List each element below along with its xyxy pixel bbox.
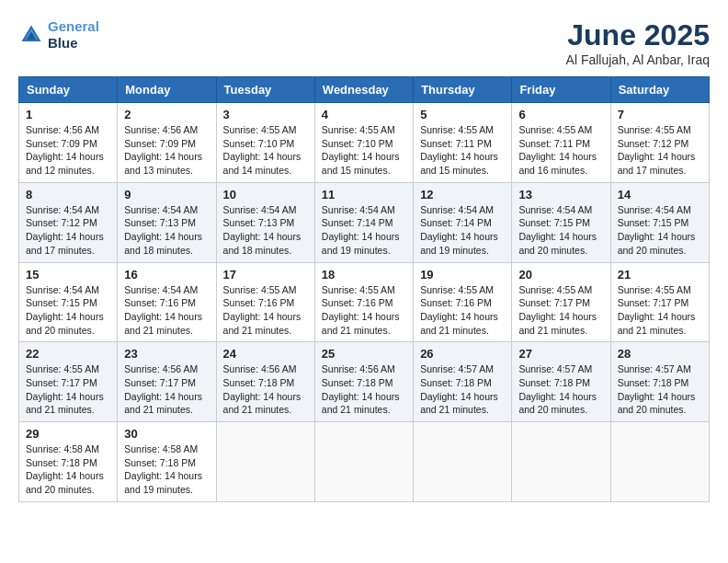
empty-cell [512,422,610,502]
daylight-minutes: and 19 minutes. [322,245,391,256]
day-cell-12: 12 Sunrise: 4:54 AM Sunset: 7:14 PM Dayl… [414,182,512,262]
sunset-label: Sunset: 7:18 PM [618,377,689,388]
col-header-wednesday: Wednesday [314,77,413,103]
sunrise-label: Sunrise: 4:57 AM [518,363,592,374]
daylight-label: Daylight: 14 hours [518,391,597,402]
day-cell-20: 20 Sunrise: 4:55 AM Sunset: 7:17 PM Dayl… [512,262,610,342]
daylight-label: Daylight: 14 hours [420,151,498,162]
sunset-label: Sunset: 7:11 PM [518,138,590,149]
day-number: 26 [420,347,505,361]
daylight-minutes: and 20 minutes. [618,245,687,256]
day-number: 30 [124,427,209,441]
daylight-label: Daylight: 14 hours [322,391,400,402]
day-cell-15: 15 Sunrise: 4:54 AM Sunset: 7:15 PM Dayl… [19,262,118,342]
daylight-label: Daylight: 14 hours [26,311,104,322]
day-cell-18: 18 Sunrise: 4:55 AM Sunset: 7:16 PM Dayl… [314,262,413,342]
sunrise-label: Sunrise: 4:55 AM [322,284,395,295]
sunset-label: Sunset: 7:15 PM [518,217,590,228]
sunset-label: Sunset: 7:17 PM [124,377,196,388]
calendar-table: SundayMondayTuesdayWednesdayThursdayFrid… [18,76,710,502]
daylight-label: Daylight: 14 hours [124,391,202,402]
daylight-label: Daylight: 14 hours [322,311,400,322]
sunset-label: Sunset: 7:16 PM [322,297,393,308]
day-number: 11 [322,188,406,201]
day-number: 15 [26,268,110,282]
sunrise-label: Sunrise: 4:55 AM [322,124,395,135]
day-cell-1: 1 Sunrise: 4:56 AM Sunset: 7:09 PM Dayli… [19,103,118,183]
daylight-minutes: and 21 minutes. [223,404,292,415]
day-number: 23 [124,347,209,361]
daylight-label: Daylight: 14 hours [518,311,597,322]
sunset-label: Sunset: 7:18 PM [223,377,295,388]
title-area: June 2025 Al Fallujah, Al Anbar, Iraq [566,18,710,67]
sunrise-label: Sunrise: 4:56 AM [124,363,198,374]
daylight-minutes: and 21 minutes. [26,404,95,415]
daylight-label: Daylight: 14 hours [420,231,498,242]
day-cell-14: 14 Sunrise: 4:54 AM Sunset: 7:15 PM Dayl… [610,182,709,262]
daylight-label: Daylight: 14 hours [223,231,301,242]
sunrise-label: Sunrise: 4:56 AM [322,363,395,374]
sunset-label: Sunset: 7:18 PM [26,457,97,468]
sunset-label: Sunset: 7:16 PM [420,297,492,308]
day-cell-23: 23 Sunrise: 4:56 AM Sunset: 7:17 PM Dayl… [118,342,216,422]
col-header-thursday: Thursday [414,77,512,103]
day-number: 13 [518,188,603,201]
daylight-minutes: and 19 minutes. [420,245,489,256]
daylight-minutes: and 20 minutes. [618,404,687,415]
col-header-monday: Monday [118,77,216,103]
day-cell-6: 6 Sunrise: 4:55 AM Sunset: 7:11 PM Dayli… [512,103,610,183]
sunrise-label: Sunrise: 4:55 AM [518,124,592,135]
daylight-minutes: and 21 minutes. [124,404,193,415]
col-header-sunday: Sunday [19,77,118,103]
day-number: 7 [618,108,702,121]
sunset-label: Sunset: 7:15 PM [26,297,97,308]
sunrise-label: Sunrise: 4:55 AM [223,124,297,135]
sunrise-label: Sunrise: 4:54 AM [420,204,494,215]
logo-general: General [48,18,99,34]
sunset-label: Sunset: 7:14 PM [322,217,393,228]
daylight-label: Daylight: 14 hours [124,231,202,242]
sunset-label: Sunset: 7:14 PM [420,217,492,228]
day-cell-26: 26 Sunrise: 4:57 AM Sunset: 7:18 PM Dayl… [414,342,512,422]
day-number: 25 [322,347,406,361]
sunset-label: Sunset: 7:13 PM [124,217,196,228]
day-number: 6 [518,108,603,121]
day-number: 17 [223,268,308,282]
sunrise-label: Sunrise: 4:54 AM [618,204,691,215]
empty-cell [610,422,709,502]
sunset-label: Sunset: 7:10 PM [322,138,393,149]
day-number: 16 [124,268,209,282]
day-cell-8: 8 Sunrise: 4:54 AM Sunset: 7:12 PM Dayli… [19,182,118,262]
empty-cell [314,422,413,502]
week-row-3: 15 Sunrise: 4:54 AM Sunset: 7:15 PM Dayl… [19,262,710,342]
day-cell-30: 30 Sunrise: 4:58 AM Sunset: 7:18 PM Dayl… [118,422,216,502]
day-number: 14 [618,188,702,201]
day-number: 27 [518,347,603,361]
day-number: 19 [420,268,505,282]
daylight-label: Daylight: 14 hours [420,391,498,402]
sunrise-label: Sunrise: 4:54 AM [322,204,395,215]
day-number: 8 [26,188,110,201]
sunrise-label: Sunrise: 4:54 AM [26,204,99,215]
daylight-label: Daylight: 14 hours [618,151,696,162]
day-cell-16: 16 Sunrise: 4:54 AM Sunset: 7:16 PM Dayl… [118,262,216,342]
sunrise-label: Sunrise: 4:54 AM [518,204,592,215]
day-number: 9 [124,188,209,201]
daylight-minutes: and 21 minutes. [322,404,391,415]
daylight-label: Daylight: 14 hours [420,311,498,322]
daylight-label: Daylight: 14 hours [26,151,104,162]
sunrise-label: Sunrise: 4:56 AM [124,124,198,135]
day-cell-28: 28 Sunrise: 4:57 AM Sunset: 7:18 PM Dayl… [610,342,709,422]
daylight-label: Daylight: 14 hours [124,470,202,481]
week-row-1: 1 Sunrise: 4:56 AM Sunset: 7:09 PM Dayli… [19,103,710,183]
day-cell-5: 5 Sunrise: 4:55 AM Sunset: 7:11 PM Dayli… [414,103,512,183]
daylight-label: Daylight: 14 hours [322,151,400,162]
sunrise-label: Sunrise: 4:56 AM [223,363,297,374]
day-number: 1 [26,108,110,121]
col-header-tuesday: Tuesday [216,77,314,103]
daylight-label: Daylight: 14 hours [618,391,696,402]
day-number: 4 [322,108,406,121]
daylight-label: Daylight: 14 hours [518,231,597,242]
sunset-label: Sunset: 7:13 PM [223,217,295,228]
daylight-label: Daylight: 14 hours [618,311,696,322]
